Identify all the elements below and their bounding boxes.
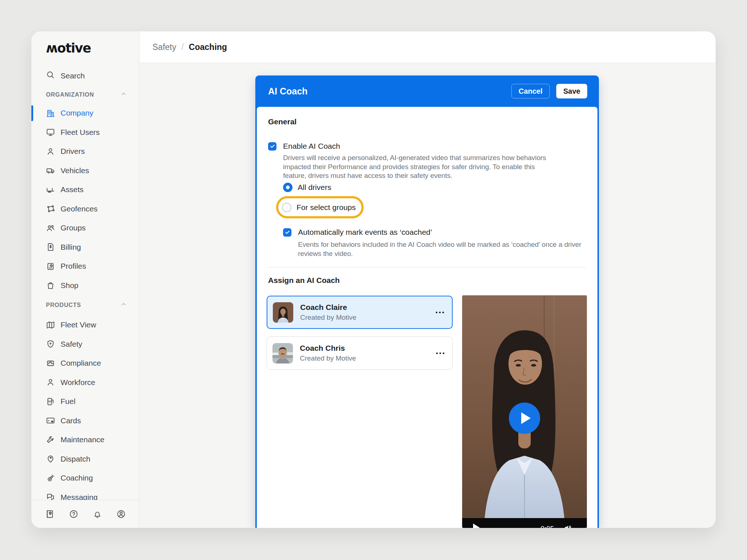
sidebar-item-fuel[interactable]: Fuel	[31, 392, 139, 411]
sidebar-footer	[31, 500, 139, 528]
shopping-bag-icon	[46, 281, 55, 290]
sidebar-item-fleet-users[interactable]: Fleet Users	[31, 123, 139, 142]
save-button[interactable]: Save	[556, 84, 587, 98]
section-organization[interactable]: ORGANIZATION	[31, 86, 139, 104]
enable-ai-coach-label: Enable AI Coach	[283, 142, 340, 151]
sidebar-item-shop[interactable]: Shop	[31, 276, 139, 295]
enable-ai-coach-checkbox[interactable]: Enable AI Coach	[268, 142, 340, 151]
coach-card-chris[interactable]: Coach Chris Created by Motive	[267, 337, 453, 370]
video-controls-bar: 0:05	[462, 518, 587, 528]
coach-chris-menu-button[interactable]	[436, 352, 445, 355]
panel-title: AI Coach	[268, 86, 511, 97]
breadcrumb-separator: /	[181, 42, 183, 52]
video-play-icon[interactable]	[473, 524, 480, 528]
sidebar-item-maintenance[interactable]: Maintenance	[31, 430, 139, 450]
account-icon[interactable]	[116, 509, 126, 519]
auto-mark-coached-description: Events for behaviors included in the AI …	[298, 240, 586, 258]
notifications-icon[interactable]	[93, 509, 102, 519]
play-button[interactable]	[509, 402, 540, 434]
chevron-up-icon	[121, 302, 127, 309]
sidebar-item-label: Fuel	[61, 397, 76, 406]
trailer-icon	[46, 185, 55, 194]
sidebar-item-label: Coaching	[61, 474, 93, 482]
sidebar-item-groups[interactable]: Groups	[31, 218, 139, 238]
sidebar-item-drivers[interactable]: Drivers	[31, 142, 139, 161]
chevron-up-icon	[121, 91, 127, 98]
sidebar-item-label: Billing	[61, 243, 81, 252]
help-icon[interactable]	[69, 509, 78, 519]
all-drivers-radio[interactable]: All drivers	[283, 183, 331, 192]
content-area: Safety / Coaching AI Coach Cancel Save G…	[139, 31, 716, 528]
sidebar-item-label: Vehicles	[61, 166, 89, 175]
video-timestamp: 0:05	[541, 525, 554, 528]
main-region: AI Coach Cancel Save General Enable AI C…	[139, 63, 716, 528]
coach-claire-menu-button[interactable]	[435, 311, 445, 314]
coach-name: Coach Claire	[300, 303, 356, 312]
enable-ai-coach-description: Drivers will receive a personalized, AI-…	[283, 153, 555, 180]
coach-card-claire[interactable]: Coach Claire Created by Motive	[267, 296, 453, 329]
search-label: Search	[61, 71, 85, 80]
sidebar-item-safety[interactable]: Safety	[31, 335, 139, 354]
sidebar-item-billing[interactable]: Billing	[31, 238, 139, 257]
coach-video-preview: 0:05	[462, 295, 587, 528]
sidebar-item-compliance[interactable]: Compliance	[31, 354, 139, 373]
for-select-groups-label: For select groups	[297, 203, 356, 212]
building-icon	[46, 109, 55, 118]
volume-icon[interactable]	[564, 524, 572, 528]
search-button[interactable]: Search	[31, 68, 139, 84]
coach-name: Coach Chris	[300, 344, 356, 353]
auto-mark-coached-label: Automatically mark events as ‘coached’	[298, 228, 432, 237]
sidebar-item-fleet-view[interactable]: Fleet View	[31, 315, 139, 335]
whistle-icon	[46, 474, 55, 483]
chart-doc-icon	[46, 359, 55, 368]
truck-icon	[46, 166, 55, 175]
map-icon	[46, 320, 55, 330]
section-products[interactable]: PRODUCTS	[31, 295, 139, 315]
sidebar-item-label: Dispatch	[61, 455, 90, 463]
sidebar-item-coaching[interactable]: Coaching	[31, 468, 139, 488]
breadcrumb: Safety / Coaching	[139, 31, 716, 63]
sidebar: ʍotive Search ORGANIZATION Company	[31, 31, 139, 528]
sidebar-item-cards[interactable]: Cards	[31, 411, 139, 431]
person-icon	[46, 147, 55, 156]
sidebar-item-label: Fleet View	[61, 320, 96, 329]
app-window: ʍotive Search ORGANIZATION Company	[31, 31, 716, 528]
sidebar-item-label: Geofences	[61, 205, 98, 213]
highlight-ring: For select groups	[276, 196, 364, 218]
checkbox-checked-icon	[268, 142, 276, 151]
sidebar-item-profiles[interactable]: Profiles	[31, 257, 139, 276]
screenshot-stage: ʍotive Search ORGANIZATION Company	[0, 0, 747, 560]
breadcrumb-parent[interactable]: Safety	[152, 42, 176, 52]
coach-subtitle: Created by Motive	[300, 314, 356, 322]
sidebar-item-label: Safety	[61, 340, 82, 349]
guide-book-icon[interactable]	[45, 509, 55, 519]
sidebar-item-workforce[interactable]: Workforce	[31, 373, 139, 392]
geofence-polygon-icon	[46, 204, 55, 213]
invoice-dollar-icon	[46, 242, 55, 252]
all-drivers-label: All drivers	[298, 183, 331, 192]
panel-body: General Enable AI Coach Drivers will rec…	[257, 107, 597, 528]
sidebar-item-label: Compliance	[61, 359, 101, 368]
for-select-groups-radio[interactable]: For select groups	[282, 203, 356, 212]
sidebar-item-label: Company	[61, 109, 93, 117]
monitor-icon	[46, 128, 55, 137]
sidebar-item-geofences[interactable]: Geofences	[31, 199, 139, 219]
sidebar-item-label: Maintenance	[61, 435, 104, 444]
cancel-button[interactable]: Cancel	[511, 84, 550, 98]
sidebar-item-label: Profiles	[61, 262, 86, 271]
general-heading: General	[268, 117, 297, 126]
sidebar-item-assets[interactable]: Assets	[31, 180, 139, 199]
sidebar-item-dispatch[interactable]: Dispatch	[31, 450, 139, 469]
clipboard-gear-icon	[46, 262, 55, 271]
breadcrumb-current: Coaching	[189, 42, 227, 52]
coach-subtitle: Created by Motive	[300, 354, 356, 362]
sidebar-item-label: Workforce	[61, 378, 95, 387]
auto-mark-coached-checkbox[interactable]: Automatically mark events as ‘coached’	[283, 228, 432, 237]
ai-coach-panel: AI Coach Cancel Save General Enable AI C…	[255, 75, 599, 528]
sidebar-item-vehicles[interactable]: Vehicles	[31, 161, 139, 180]
search-icon	[46, 70, 55, 81]
shield-icon	[46, 339, 55, 349]
sidebar-item-company[interactable]: Company	[31, 104, 139, 123]
play-icon	[521, 412, 531, 424]
sidebar-item-label: Shop	[61, 281, 78, 290]
